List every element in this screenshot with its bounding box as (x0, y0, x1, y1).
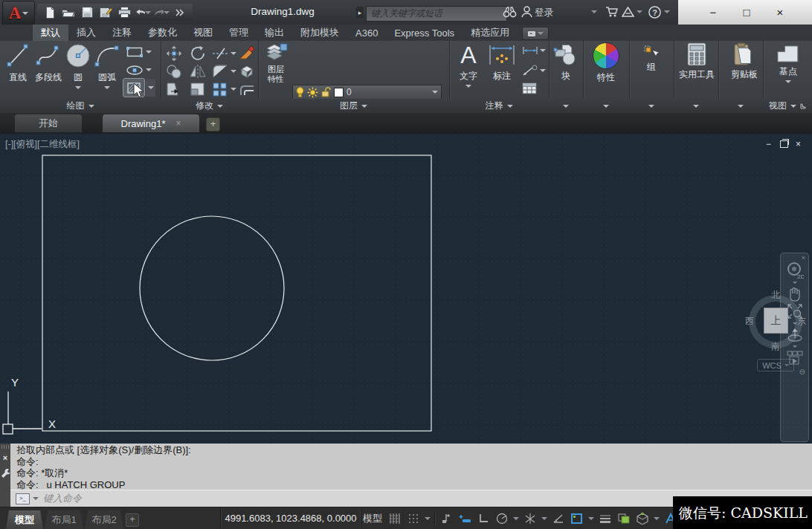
a360-icon[interactable] (622, 4, 634, 19)
ucs-icon[interactable] (3, 392, 42, 434)
file-tab-drawing1[interactable]: Drawing1* × (103, 114, 199, 132)
dynamic-input-icon[interactable] (439, 511, 454, 526)
utilities-button[interactable]: 实用工具 (680, 42, 714, 81)
properties-button[interactable]: 特性 (587, 42, 625, 84)
arc-button[interactable]: 圆弧 (92, 42, 122, 89)
layer-dropdown-chevron-icon[interactable] (432, 91, 438, 94)
new-file-button[interactable] (42, 4, 58, 21)
ribbon-tab-annotate[interactable]: 注释 (104, 25, 140, 41)
layers-panel-label[interactable]: 图层 (258, 99, 449, 113)
rectangle-button[interactable] (125, 45, 152, 59)
layout2-tab[interactable]: 布局2 (85, 510, 123, 529)
mirror-button[interactable] (189, 63, 207, 79)
ribbon-tab-insert[interactable]: 插入 (68, 25, 104, 41)
text-dropdown-icon[interactable] (465, 85, 471, 88)
trim-dropdown-icon[interactable] (231, 52, 236, 55)
layer-properties-button[interactable]: 图层特性 (261, 42, 291, 84)
circle-button[interactable]: 圆 (65, 42, 91, 89)
annotation-panel-label[interactable]: 注释 (449, 99, 549, 113)
coordinates-readout[interactable]: 4991.6083, 1023.4868, 0.0000 (220, 507, 361, 529)
drawn-circle[interactable] (140, 216, 284, 360)
viewport-close-icon[interactable]: × (796, 140, 801, 149)
new-layout-button[interactable]: + (126, 513, 139, 527)
fillet-dropdown-icon[interactable] (231, 70, 236, 73)
group-panel-expander[interactable] (629, 99, 674, 113)
command-prompt-icon[interactable]: >_ (16, 493, 30, 504)
command-window-close-icon[interactable]: × (3, 453, 7, 462)
hatch-dropdown-icon[interactable] (148, 86, 154, 89)
plot-button[interactable] (116, 4, 132, 21)
ellipse-button[interactable] (125, 62, 152, 77)
leader-button[interactable] (522, 65, 546, 77)
open-file-button[interactable] (60, 4, 77, 21)
lineweight-icon[interactable] (598, 511, 613, 526)
table-button[interactable] (522, 82, 537, 94)
clipboard-button[interactable]: 剪贴板 (727, 42, 761, 81)
save-as-button[interactable] (97, 4, 114, 21)
search-history-arrow[interactable]: ▸ (356, 7, 364, 19)
ellipse-dropdown-icon[interactable] (146, 68, 152, 71)
panel-launcher-icon[interactable] (800, 103, 806, 109)
leader-dropdown-icon[interactable] (540, 69, 546, 72)
transparency-icon[interactable] (616, 511, 631, 526)
block-button[interactable]: 块 (550, 42, 581, 82)
layer-dropdown[interactable]: 0 (292, 85, 442, 100)
ribbon-tab-addins[interactable]: 附加模块 (292, 25, 347, 41)
wheel-dropdown-icon[interactable] (793, 282, 797, 284)
rectangle-dropdown-icon[interactable] (146, 51, 152, 53)
ribbon-minimize-toggle[interactable] (522, 27, 549, 40)
help-dropdown-icon[interactable] (664, 4, 670, 19)
viewcube-north-label[interactable]: 北 (771, 289, 780, 302)
viewport-controls-label[interactable]: [-][俯视][二维线框] (5, 138, 80, 151)
model-tab[interactable]: 模型 (6, 510, 43, 529)
steering-wheel-2d-icon[interactable]: 2D (786, 262, 804, 279)
orbit-icon[interactable] (786, 327, 804, 343)
ribbon-tab-featured-apps[interactable]: 精选应用 (463, 25, 518, 41)
command-history[interactable]: 拾取内部点或 [选择对象(S)/删除边界(B)]: 命令: 命令: *取消* 命… (10, 444, 812, 490)
viewcube-west-label[interactable]: 西 (745, 315, 754, 328)
3d-object-snap-icon[interactable] (635, 511, 650, 526)
object-snap-tracking-icon[interactable] (551, 511, 566, 526)
scale-button[interactable] (189, 81, 207, 97)
window-maximize-button[interactable]: □ (731, 0, 762, 24)
array-button[interactable] (211, 81, 236, 97)
modify-panel-label[interactable]: 修改 (161, 99, 258, 113)
stretch-button[interactable] (165, 81, 183, 97)
3d-osnap-dropdown-icon[interactable] (654, 517, 660, 520)
viewcube-south-label[interactable]: 南 (771, 340, 780, 353)
application-menu-button[interactable]: A (2, 1, 35, 25)
rotate-button[interactable] (189, 45, 207, 62)
explode-button[interactable] (238, 63, 256, 79)
group-button[interactable]: 组 (637, 45, 666, 74)
command-customize-wrench-icon[interactable] (1, 468, 10, 478)
redo-dropdown-icon[interactable] (164, 11, 170, 14)
text-button[interactable]: A 文字 (454, 42, 483, 88)
viewport-restore-icon[interactable] (780, 140, 788, 148)
ribbon-tab-output[interactable]: 输出 (257, 25, 292, 41)
base-button[interactable]: 基点 (770, 45, 806, 83)
layout1-tab[interactable]: 布局1 (45, 510, 83, 529)
user-icon[interactable] (521, 4, 532, 19)
window-minimize-button[interactable]: − (697, 0, 729, 24)
grid-display-icon[interactable] (406, 511, 421, 526)
ortho-mode-icon[interactable] (476, 511, 491, 526)
help-icon[interactable]: ? (648, 4, 661, 19)
new-drawing-tab-button[interactable]: + (206, 117, 220, 132)
sign-in-button[interactable]: 登录 (535, 7, 553, 19)
undo-button[interactable] (135, 4, 151, 21)
ribbon-tab-manage[interactable]: 管理 (221, 25, 257, 41)
a360-dropdown-icon[interactable] (637, 4, 642, 19)
zoom-extents-icon[interactable] (786, 302, 804, 320)
zoom-dropdown-icon[interactable] (793, 322, 797, 325)
drag-grip-icon[interactable] (1, 445, 9, 449)
navigation-bar[interactable]: × 2D ⊖ (780, 253, 809, 442)
ribbon-tab-a360[interactable]: A360 (347, 25, 386, 41)
dimension-button[interactable]: 标注 (485, 42, 519, 82)
command-input-placeholder[interactable]: 键入命令 (43, 492, 82, 505)
drawn-rectangle[interactable] (42, 155, 431, 431)
isodraft-icon[interactable] (523, 511, 538, 526)
signin-dropdown-icon[interactable] (591, 4, 597, 19)
viewport-minimize-icon[interactable]: − (766, 140, 771, 149)
arc-dropdown-icon[interactable] (104, 86, 110, 89)
polyline-button[interactable]: 多段线 (31, 42, 65, 84)
